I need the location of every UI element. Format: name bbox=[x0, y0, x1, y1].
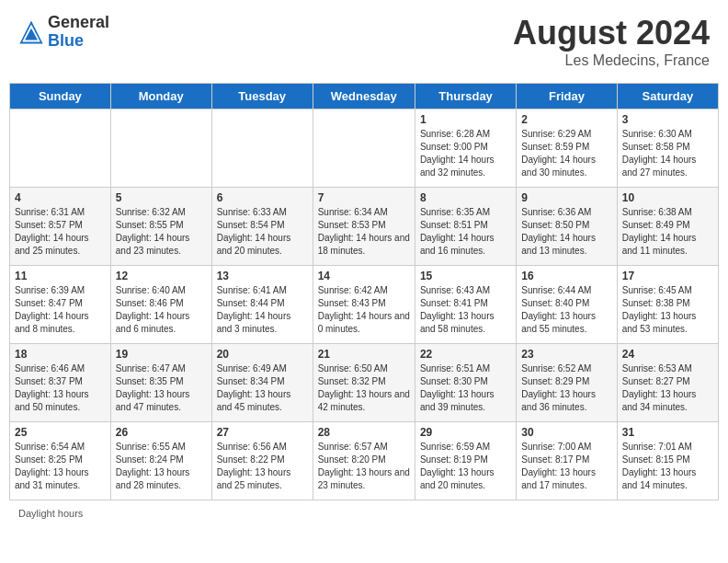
day-number: 18 bbox=[15, 348, 106, 361]
calendar-day-cell: 7Sunrise: 6:34 AM Sunset: 8:53 PM Daylig… bbox=[313, 188, 415, 266]
day-number: 12 bbox=[116, 270, 207, 282]
logo-text: General Blue bbox=[48, 14, 109, 51]
calendar-day-header: Wednesday bbox=[313, 84, 415, 109]
day-number: 1 bbox=[420, 113, 511, 126]
day-info: Sunrise: 6:59 AM Sunset: 8:19 PM Dayligh… bbox=[420, 441, 511, 492]
day-number: 23 bbox=[521, 348, 611, 361]
calendar-day-header: Tuesday bbox=[211, 84, 313, 109]
day-info: Sunrise: 6:49 AM Sunset: 8:34 PM Dayligh… bbox=[217, 362, 308, 414]
calendar-day-header: Sunday bbox=[10, 84, 111, 109]
day-number: 24 bbox=[622, 348, 713, 361]
day-number: 7 bbox=[318, 191, 410, 204]
calendar-day-cell: 18Sunrise: 6:46 AM Sunset: 8:37 PM Dayli… bbox=[10, 344, 111, 422]
day-info: Sunrise: 6:43 AM Sunset: 8:41 PM Dayligh… bbox=[420, 284, 511, 336]
day-number: 31 bbox=[622, 426, 713, 439]
day-number: 25 bbox=[15, 426, 106, 439]
day-info: Sunrise: 6:52 AM Sunset: 8:29 PM Dayligh… bbox=[521, 362, 611, 414]
day-number: 5 bbox=[116, 191, 207, 204]
day-number: 10 bbox=[622, 191, 713, 204]
logo-blue: Blue bbox=[48, 32, 109, 51]
day-info: Sunrise: 7:01 AM Sunset: 8:15 PM Dayligh… bbox=[622, 441, 713, 492]
calendar-day-cell: 9Sunrise: 6:36 AM Sunset: 8:50 PM Daylig… bbox=[517, 188, 617, 266]
day-number: 29 bbox=[420, 426, 511, 439]
logo-icon bbox=[18, 19, 44, 45]
page-header: General Blue August 2024 Les Medecins, F… bbox=[9, 9, 719, 74]
calendar-day-cell: 17Sunrise: 6:45 AM Sunset: 8:38 PM Dayli… bbox=[617, 266, 718, 344]
day-info: Sunrise: 6:44 AM Sunset: 8:40 PM Dayligh… bbox=[521, 284, 611, 336]
calendar-day-cell: 31Sunrise: 7:01 AM Sunset: 8:15 PM Dayli… bbox=[617, 422, 718, 500]
day-info: Sunrise: 6:47 AM Sunset: 8:35 PM Dayligh… bbox=[116, 362, 207, 414]
day-info: Sunrise: 6:34 AM Sunset: 8:53 PM Dayligh… bbox=[318, 206, 410, 258]
day-info: Sunrise: 6:51 AM Sunset: 8:30 PM Dayligh… bbox=[420, 362, 511, 414]
day-number: 28 bbox=[318, 426, 410, 439]
day-info: Sunrise: 6:50 AM Sunset: 8:32 PM Dayligh… bbox=[318, 362, 410, 414]
calendar-day-cell: 4Sunrise: 6:31 AM Sunset: 8:57 PM Daylig… bbox=[10, 188, 111, 266]
calendar-day-cell: 22Sunrise: 6:51 AM Sunset: 8:30 PM Dayli… bbox=[415, 344, 516, 422]
calendar-day-cell: 5Sunrise: 6:32 AM Sunset: 8:55 PM Daylig… bbox=[110, 188, 211, 266]
day-info: Sunrise: 6:35 AM Sunset: 8:51 PM Dayligh… bbox=[420, 206, 511, 258]
day-info: Sunrise: 6:45 AM Sunset: 8:38 PM Dayligh… bbox=[622, 284, 713, 336]
day-info: Sunrise: 6:39 AM Sunset: 8:47 PM Dayligh… bbox=[15, 284, 106, 336]
day-info: Sunrise: 6:56 AM Sunset: 8:22 PM Dayligh… bbox=[217, 441, 308, 492]
calendar-week-row: 11Sunrise: 6:39 AM Sunset: 8:47 PM Dayli… bbox=[10, 266, 719, 344]
calendar-day-cell bbox=[211, 109, 313, 188]
calendar-day-cell: 2Sunrise: 6:29 AM Sunset: 8:59 PM Daylig… bbox=[517, 109, 617, 188]
calendar-day-cell: 11Sunrise: 6:39 AM Sunset: 8:47 PM Dayli… bbox=[10, 266, 111, 344]
calendar-day-header: Friday bbox=[517, 84, 617, 109]
calendar-week-row: 1Sunrise: 6:28 AM Sunset: 9:00 PM Daylig… bbox=[10, 109, 719, 188]
day-info: Sunrise: 7:00 AM Sunset: 8:17 PM Dayligh… bbox=[521, 441, 611, 492]
calendar-footer: Daylight hours bbox=[9, 508, 719, 519]
calendar-day-cell: 26Sunrise: 6:55 AM Sunset: 8:24 PM Dayli… bbox=[110, 422, 211, 500]
day-info: Sunrise: 6:55 AM Sunset: 8:24 PM Dayligh… bbox=[116, 441, 207, 492]
day-number: 6 bbox=[217, 191, 308, 204]
calendar-day-cell: 21Sunrise: 6:50 AM Sunset: 8:32 PM Dayli… bbox=[313, 344, 415, 422]
calendar-day-cell: 20Sunrise: 6:49 AM Sunset: 8:34 PM Dayli… bbox=[211, 344, 313, 422]
logo-general: General bbox=[48, 14, 109, 32]
calendar-day-cell: 27Sunrise: 6:56 AM Sunset: 8:22 PM Dayli… bbox=[211, 422, 313, 500]
calendar-day-cell: 14Sunrise: 6:42 AM Sunset: 8:43 PM Dayli… bbox=[313, 266, 415, 344]
day-number: 17 bbox=[622, 270, 713, 282]
day-number: 2 bbox=[521, 113, 611, 126]
day-info: Sunrise: 6:33 AM Sunset: 8:54 PM Dayligh… bbox=[217, 206, 308, 258]
calendar-day-cell: 6Sunrise: 6:33 AM Sunset: 8:54 PM Daylig… bbox=[211, 188, 313, 266]
day-number: 14 bbox=[318, 270, 410, 282]
title-block: August 2024 Les Medecins, France bbox=[513, 14, 710, 69]
day-number: 16 bbox=[521, 270, 611, 282]
day-number: 26 bbox=[116, 426, 207, 439]
day-info: Sunrise: 6:38 AM Sunset: 8:49 PM Dayligh… bbox=[622, 206, 713, 258]
day-info: Sunrise: 6:31 AM Sunset: 8:57 PM Dayligh… bbox=[15, 206, 106, 258]
day-number: 15 bbox=[420, 270, 511, 282]
day-number: 27 bbox=[217, 426, 308, 439]
calendar-day-cell: 29Sunrise: 6:59 AM Sunset: 8:19 PM Dayli… bbox=[415, 422, 516, 500]
calendar-week-row: 25Sunrise: 6:54 AM Sunset: 8:25 PM Dayli… bbox=[10, 422, 719, 500]
calendar-day-cell: 28Sunrise: 6:57 AM Sunset: 8:20 PM Dayli… bbox=[313, 422, 415, 500]
day-info: Sunrise: 6:32 AM Sunset: 8:55 PM Dayligh… bbox=[116, 206, 207, 258]
day-number: 13 bbox=[217, 270, 308, 282]
day-info: Sunrise: 6:29 AM Sunset: 8:59 PM Dayligh… bbox=[521, 128, 611, 179]
day-info: Sunrise: 6:28 AM Sunset: 9:00 PM Dayligh… bbox=[420, 128, 511, 179]
day-number: 3 bbox=[622, 113, 713, 126]
calendar-day-cell: 25Sunrise: 6:54 AM Sunset: 8:25 PM Dayli… bbox=[10, 422, 111, 500]
day-number: 9 bbox=[521, 191, 611, 204]
calendar-day-cell: 19Sunrise: 6:47 AM Sunset: 8:35 PM Dayli… bbox=[110, 344, 211, 422]
calendar-day-header: Monday bbox=[110, 84, 211, 109]
calendar-day-cell: 13Sunrise: 6:41 AM Sunset: 8:44 PM Dayli… bbox=[211, 266, 313, 344]
day-info: Sunrise: 6:40 AM Sunset: 8:46 PM Dayligh… bbox=[116, 284, 207, 336]
calendar-day-cell: 3Sunrise: 6:30 AM Sunset: 8:58 PM Daylig… bbox=[617, 109, 718, 188]
day-info: Sunrise: 6:46 AM Sunset: 8:37 PM Dayligh… bbox=[15, 362, 106, 414]
calendar-header-row: SundayMondayTuesdayWednesdayThursdayFrid… bbox=[10, 84, 719, 109]
day-number: 11 bbox=[15, 270, 106, 282]
day-info: Sunrise: 6:30 AM Sunset: 8:58 PM Dayligh… bbox=[622, 128, 713, 179]
calendar-day-cell bbox=[10, 109, 111, 188]
day-info: Sunrise: 6:36 AM Sunset: 8:50 PM Dayligh… bbox=[521, 206, 611, 258]
day-number: 4 bbox=[15, 191, 106, 204]
day-number: 21 bbox=[318, 348, 410, 361]
calendar-day-header: Thursday bbox=[415, 84, 516, 109]
calendar-day-cell: 16Sunrise: 6:44 AM Sunset: 8:40 PM Dayli… bbox=[517, 266, 617, 344]
calendar-day-cell: 15Sunrise: 6:43 AM Sunset: 8:41 PM Dayli… bbox=[415, 266, 516, 344]
calendar-day-cell: 24Sunrise: 6:53 AM Sunset: 8:27 PM Dayli… bbox=[617, 344, 718, 422]
calendar-day-cell bbox=[313, 109, 415, 188]
day-info: Sunrise: 6:57 AM Sunset: 8:20 PM Dayligh… bbox=[318, 441, 410, 492]
calendar-day-header: Saturday bbox=[617, 84, 718, 109]
calendar-day-cell: 8Sunrise: 6:35 AM Sunset: 8:51 PM Daylig… bbox=[415, 188, 516, 266]
